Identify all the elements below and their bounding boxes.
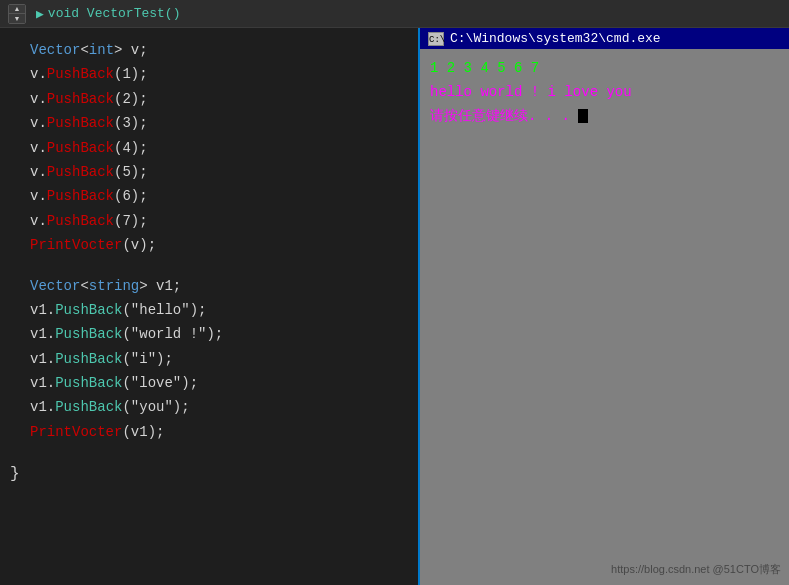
code-line-9: PrintVocter(v); [0, 233, 418, 257]
closing-brace: } [0, 460, 418, 490]
up-arrow[interactable]: ▲ [9, 5, 25, 14]
code-line-14: v1.PushBack("love"); [0, 371, 418, 395]
console-panel: C:\ C:\Windows\system32\cmd.exe 1 2 3 4 … [420, 28, 789, 585]
code-line-7: v.PushBack(6); [0, 184, 418, 208]
console-line-2: hello world ! i love you [430, 81, 779, 105]
code-line-16: PrintVocter(v1); [0, 420, 418, 444]
code-line-12: v1.PushBack("world !"); [0, 322, 418, 346]
function-label: ▶ void VectorTest() [36, 6, 180, 22]
console-body: 1 2 3 4 5 6 7 hello world ! i love you 请… [420, 49, 789, 585]
down-arrow[interactable]: ▼ [9, 14, 25, 23]
console-line-1: 1 2 3 4 5 6 7 [430, 57, 779, 81]
code-line-3: v.PushBack(2); [0, 87, 418, 111]
cmd-icon: C:\ [428, 32, 444, 46]
code-line-6: v.PushBack(5); [0, 160, 418, 184]
fn-indicator: ▶ [36, 6, 44, 22]
console-line-3: 请按任意键继续. . . [430, 105, 779, 129]
console-titlebar: C:\ C:\Windows\system32\cmd.exe [420, 28, 789, 49]
code-line-11: v1.PushBack("hello"); [0, 298, 418, 322]
fn-name: void VectorTest() [48, 6, 181, 21]
code-line-8: v.PushBack(7); [0, 209, 418, 233]
console-title: C:\Windows\system32\cmd.exe [450, 31, 661, 46]
watermark: https://blog.csdn.net @51CTO博客 [611, 562, 781, 577]
code-line-2: v.PushBack(1); [0, 62, 418, 86]
main-area: Vector<int> v; v.PushBack(1); v.PushBack… [0, 28, 789, 585]
cursor-block [578, 109, 588, 123]
code-line-5: v.PushBack(4); [0, 136, 418, 160]
code-line-4: v.PushBack(3); [0, 111, 418, 135]
spacer2 [0, 444, 418, 460]
code-line-15: v1.PushBack("you"); [0, 395, 418, 419]
code-line-13: v1.PushBack("i"); [0, 347, 418, 371]
code-panel: Vector<int> v; v.PushBack(1); v.PushBack… [0, 28, 420, 585]
toolbar: ▲ ▼ ▶ void VectorTest() [0, 0, 789, 28]
navigation-arrows[interactable]: ▲ ▼ [8, 4, 26, 24]
code-line-10: Vector<string> v1; [0, 274, 418, 298]
code-line-1: Vector<int> v; [0, 38, 418, 62]
spacer [0, 258, 418, 274]
